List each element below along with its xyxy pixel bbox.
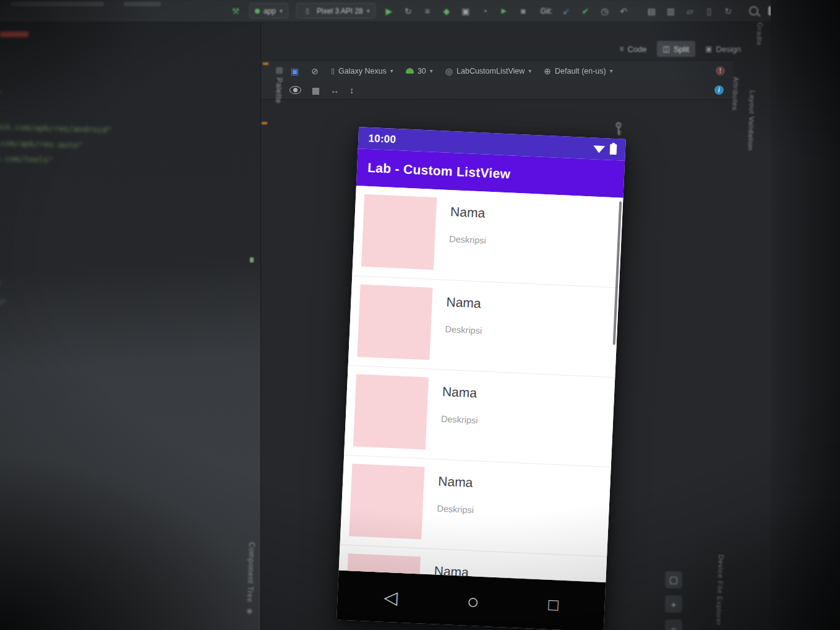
item-texts: Nama Deskripsi <box>435 468 476 543</box>
attributes-label: Attributes <box>731 77 740 111</box>
chevron-down-icon: ▾ <box>280 7 283 14</box>
sync-icon[interactable]: ↻ <box>722 6 734 17</box>
battery-icon <box>610 144 617 155</box>
code-editor-pane[interactable]: " mik.com/apk/res/android" .com/apk/res-… <box>0 22 261 630</box>
error-stripe-mark <box>263 63 268 65</box>
build-hammer-icon[interactable]: ⚒ <box>230 6 241 17</box>
chevron-down-icon: ▾ <box>367 7 370 14</box>
list-item[interactable]: Nama Deskripsi <box>344 365 615 467</box>
phone-icon: ▯ <box>331 67 335 75</box>
main-toolbar: ⚒ app ▾ ▯ Pixel 3 API 28 ▾ ▶ ↻ ≡ ◆ ▣ ◔ ▶… <box>0 0 840 22</box>
code-line: " <box>0 89 2 98</box>
project-structure-icon[interactable]: ▤ <box>646 6 657 17</box>
layout-inspector-icon[interactable]: ▥ <box>665 6 676 17</box>
run-config-label: app <box>264 7 276 15</box>
palette-icon: ▤ <box>275 66 285 75</box>
stop-icon[interactable]: ■ <box>518 6 529 17</box>
phone-preview[interactable]: 10:00 Lab - Custom ListView Nama Deskrip… <box>336 127 626 630</box>
search-icon[interactable] <box>748 6 759 17</box>
recents-icon: □ <box>548 595 559 615</box>
list-item[interactable]: Nama Deskripsi <box>348 275 619 377</box>
chevron-down-icon: ▾ <box>528 67 531 74</box>
git-update-icon[interactable]: ↙ <box>560 6 572 17</box>
zoom-out-button[interactable]: − <box>665 619 682 630</box>
editor-mode-tabs: ≡ Code ◫ Split ▣ Design <box>261 39 840 59</box>
blueprint-toggle[interactable]: ⊘ <box>311 66 319 76</box>
issues-badge[interactable]: ! <box>716 66 725 76</box>
device-manager-icon[interactable]: ▯ <box>703 6 714 17</box>
gradle-tool-button[interactable]: Gradle <box>755 22 763 46</box>
info-badge[interactable]: i <box>714 85 724 95</box>
run-config-selector[interactable]: app ▾ <box>249 3 288 19</box>
zoom-controls: ▢ + − <box>665 571 682 630</box>
item-image-placeholder <box>357 285 432 360</box>
item-image-placeholder <box>353 374 429 449</box>
design-canvas[interactable]: 10:00 Lab - Custom ListView Nama Deskrip… <box>261 100 840 630</box>
grid-icon[interactable]: ▦ <box>312 85 320 95</box>
item-title: Nama <box>450 204 488 221</box>
git-commit-icon[interactable]: ✔ <box>580 6 591 17</box>
list-item[interactable]: Nama Deskripsi <box>352 186 623 287</box>
item-subtitle: Deskripsi <box>445 324 482 336</box>
item-image-placeholder <box>349 464 424 539</box>
tab-split[interactable]: ◫ Split <box>657 41 696 57</box>
profiler-gauge-icon[interactable]: ◔ <box>479 6 491 17</box>
tab-design[interactable]: ▣ Design <box>699 41 747 57</box>
tab-code[interactable]: ≡ Code <box>613 41 653 57</box>
device-mirror-icon[interactable]: ▱ <box>684 6 695 17</box>
run-menu-icon[interactable]: ≡ <box>422 6 433 17</box>
back-icon: ◁ <box>384 587 398 608</box>
run-button[interactable]: ▶ <box>384 6 395 17</box>
coverage-shield-icon[interactable]: ▣ <box>460 6 471 17</box>
device-selector-label: Pixel 3 API 28 <box>317 7 363 15</box>
theme-label: LabCustomListView <box>456 67 525 76</box>
preview-device-selector[interactable]: ▯ Galaxy Nexus ▾ <box>331 67 393 76</box>
wifi-icon <box>593 144 606 153</box>
item-title: Nama <box>442 384 479 401</box>
profile-run-icon[interactable]: ▶ <box>499 6 510 17</box>
item-texts: Nama Deskripsi <box>444 288 484 363</box>
api-level-selector[interactable]: 30 ▾ <box>406 67 433 76</box>
item-title: Nama <box>438 474 476 491</box>
view-options-eye-icon[interactable] <box>289 86 301 94</box>
rollback-icon[interactable]: ↶ <box>618 6 629 17</box>
preview-device-label: Galaxy Nexus <box>338 67 387 76</box>
debug-icon[interactable]: ◆ <box>441 6 452 17</box>
zoom-fit-button[interactable]: ▢ <box>665 571 682 589</box>
home-icon: ○ <box>466 590 479 611</box>
palette-tool-button[interactable]: ▤Palette <box>274 66 284 104</box>
split-tab-label: Split <box>674 45 689 54</box>
locale-selector[interactable]: ⊕ Default (en-us) ▾ <box>544 66 612 76</box>
rerun-icon[interactable]: ↻ <box>403 6 414 17</box>
width-arrows-icon[interactable]: ↔ <box>330 85 339 95</box>
history-clock-icon[interactable]: ◷ <box>599 6 610 17</box>
theme-selector[interactable]: ◎ LabCustomListView ▾ <box>445 66 532 76</box>
item-texts: Nama Deskripsi <box>448 198 488 274</box>
surface-selector[interactable]: ▣ <box>291 66 299 76</box>
custom-listview[interactable]: Nama Deskripsi Nama Deskripsi <box>339 186 624 582</box>
code-tab-label: Code <box>627 45 646 54</box>
android-icon <box>406 68 414 74</box>
attributes-tool-button[interactable]: Attributes <box>731 77 740 111</box>
code-line: k.com/tools" <box>0 153 53 165</box>
blueprint-off-icon: ⊘ <box>311 66 319 76</box>
blurred-red-breadcrumb <box>0 32 28 37</box>
device-selector[interactable]: ▯ Pixel 3 API 28 ▾ <box>296 3 375 19</box>
git-label: Git: <box>541 7 552 15</box>
design-tab-label: Design <box>716 45 741 54</box>
item-subtitle: Deskripsi <box>441 414 478 426</box>
warning-tick <box>250 257 254 262</box>
design-toolbar: ▣ ⊘ ▯ Galaxy Nexus ▾ 30 ▾ ◎ LabCustomLis… <box>261 60 734 82</box>
item-subtitle: Deskripsi <box>449 234 486 246</box>
design-tab-icon: ▣ <box>705 45 712 53</box>
app-title: Lab - Custom ListView <box>367 160 511 181</box>
toolbar-actions: ⚒ app ▾ ▯ Pixel 3 API 28 ▾ ▶ ↻ ≡ ◆ ▣ ◔ ▶… <box>230 3 778 19</box>
zoom-in-button[interactable]: + <box>665 595 682 613</box>
list-item[interactable]: Nama Deskripsi <box>340 455 611 556</box>
code-line: w" <box>0 280 1 289</box>
design-view-options-toolbar: ▦ ↔ ↕ i <box>261 81 734 100</box>
code-tab-icon: ≡ <box>619 45 624 53</box>
palette-label: Palette <box>274 77 283 103</box>
height-arrows-icon[interactable]: ↕ <box>349 85 354 95</box>
status-icons <box>593 143 617 155</box>
